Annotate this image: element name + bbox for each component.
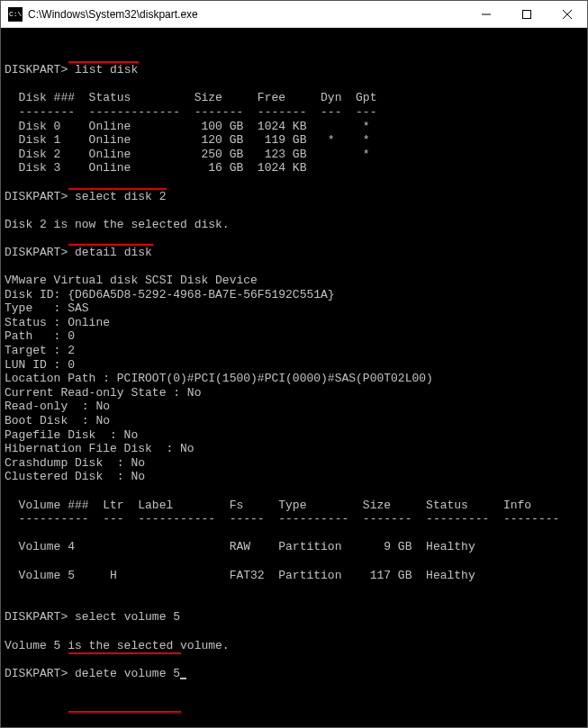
cmd-detail-disk: detail disk bbox=[75, 246, 152, 259]
detail-target: Target : 2 bbox=[5, 344, 75, 357]
detail-device: VMware Virtual disk SCSI Disk Device bbox=[5, 274, 258, 287]
detail-status: Status : Online bbox=[5, 316, 110, 329]
prompt: DISKPART> bbox=[5, 667, 68, 680]
vol-row: Volume 4 RAW Partition 9 GB Healthy bbox=[5, 540, 475, 553]
terminal-output[interactable]: DISKPART> list disk Disk ### Status Size… bbox=[1, 28, 587, 727]
detail-pagefile: Pagefile Disk : No bbox=[5, 428, 138, 442]
underline-annotation bbox=[68, 244, 153, 246]
disk-divider: -------- ------------- ------- ------- -… bbox=[5, 105, 376, 119]
titlebar[interactable]: C:\Windows\System32\diskpart.exe bbox=[1, 1, 587, 28]
vol-row: Volume 5 H FAT32 Partition 117 GB Health… bbox=[5, 569, 475, 582]
blank-line bbox=[5, 49, 12, 63]
prompt: DISKPART> bbox=[5, 246, 68, 259]
minimize-button[interactable] bbox=[466, 1, 506, 27]
detail-clustered: Clustered Disk : No bbox=[5, 470, 145, 483]
window-controls bbox=[466, 1, 587, 27]
disk-row: Disk 3 Online 16 GB 1024 KB bbox=[5, 161, 306, 175]
vol-blank bbox=[5, 526, 12, 540]
underline-annotation bbox=[68, 711, 181, 713]
cmd-list-disk: list disk bbox=[75, 63, 138, 76]
detail-hibernation: Hibernation File Disk : No bbox=[5, 442, 194, 455]
maximize-button[interactable] bbox=[506, 1, 547, 27]
vol-divider: ---------- --- ----------- ----- -------… bbox=[5, 512, 559, 526]
msg-volume-selected: Volume 5 is the selected volume. bbox=[5, 639, 230, 652]
detail-path: Path : 0 bbox=[5, 329, 75, 343]
cmd-delete-volume: delete volume 5 bbox=[75, 667, 180, 680]
underline-annotation bbox=[68, 652, 181, 654]
disk-row: Disk 1 Online 120 GB 119 GB * * bbox=[5, 133, 370, 147]
underline-annotation bbox=[68, 61, 139, 63]
app-icon bbox=[8, 7, 23, 22]
underline-annotation bbox=[68, 188, 167, 190]
cursor bbox=[180, 678, 186, 679]
cmd-select-volume: select volume 5 bbox=[75, 610, 180, 624]
console-window: C:\Windows\System32\diskpart.exe DISKPAR… bbox=[0, 0, 588, 728]
vol-header: Volume ### Ltr Label Fs Type Size Status… bbox=[5, 499, 531, 512]
disk-header: Disk ### Status Size Free Dyn Gpt bbox=[5, 91, 376, 104]
cmd-select-disk: select disk 2 bbox=[75, 190, 166, 203]
disk-row: Disk 2 Online 250 GB 123 GB * bbox=[5, 148, 370, 161]
disk-row: Disk 0 Online 100 GB 1024 KB * bbox=[5, 120, 370, 133]
prompt: DISKPART> bbox=[5, 63, 68, 76]
detail-crashdump: Crashdump Disk : No bbox=[5, 456, 145, 470]
detail-location: Location Path : PCIROOT(0)#PCI(1500)#PCI… bbox=[5, 372, 433, 385]
detail-diskid: Disk ID: {D6D6A5D8-5292-4968-BA7E-56F519… bbox=[5, 288, 335, 301]
vol-blank bbox=[5, 554, 12, 568]
window-title: C:\Windows\System32\diskpart.exe bbox=[28, 8, 466, 21]
prompt: DISKPART> bbox=[5, 190, 68, 203]
detail-readonly-state: Current Read-only State : No bbox=[5, 386, 201, 400]
detail-type: Type : SAS bbox=[5, 301, 89, 315]
detail-readonly: Read-only : No bbox=[5, 400, 110, 413]
msg-disk-selected: Disk 2 is now the selected disk. bbox=[5, 218, 230, 231]
detail-lun: LUN ID : 0 bbox=[5, 358, 75, 372]
svg-rect-1 bbox=[522, 10, 530, 18]
detail-boot: Boot Disk : No bbox=[5, 414, 110, 427]
prompt: DISKPART> bbox=[5, 610, 68, 624]
close-button[interactable] bbox=[547, 1, 587, 27]
